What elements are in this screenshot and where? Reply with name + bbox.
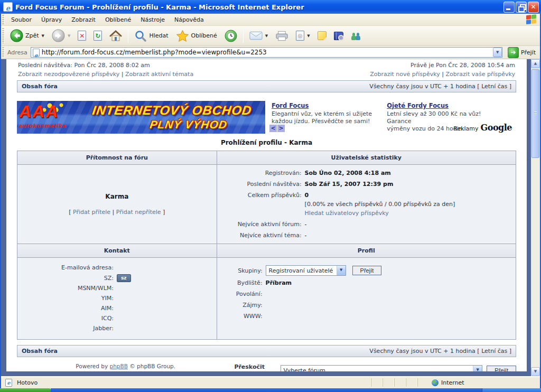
menu-file[interactable]: Soubor (6, 15, 36, 25)
go-arrow-icon: ➜ (508, 47, 519, 58)
banner-ad[interactable]: AAA autokosmetika INTERNETOVÝ OBCHOD PLN… (17, 101, 265, 134)
status-pane (394, 378, 406, 387)
discuss-button[interactable] (314, 29, 330, 42)
interests-label: Zájmy: (222, 301, 263, 309)
favorites-button[interactable]: Oblíbené (172, 27, 221, 44)
menu-favorites[interactable]: Oblíbené (100, 15, 136, 25)
back-button[interactable]: Zpět ▼ (6, 27, 48, 44)
groups-go-button[interactable]: Přejít (352, 266, 382, 275)
msnm-label: MSNM/WLM: (23, 285, 114, 292)
forum-jump-select[interactable]: Vyberte fórum ▼ (281, 365, 483, 371)
stop-button[interactable]: ✕ (74, 29, 90, 43)
titlebar: Ford Focus Forum - Prohlížení profilu - … (0, 0, 541, 14)
internet-zone-globe-icon (432, 379, 439, 386)
powered-by-prefix: Powered by (76, 363, 108, 369)
drag-handle[interactable] (2, 47, 5, 57)
bracket: [ (69, 209, 71, 216)
home-button[interactable] (106, 28, 126, 44)
ad-2-text-line2: výměny vozu do 24 hodin. (387, 125, 464, 132)
start-button[interactable] (0, 388, 51, 392)
edit-button[interactable]: ◎ ▼ (292, 29, 313, 43)
profile-header: Profil (217, 244, 516, 257)
username: Karma (105, 193, 128, 200)
address-input[interactable] (42, 48, 493, 57)
send-pm-button[interactable]: sz (117, 274, 131, 282)
board-index-link[interactable]: Obsah fóra (22, 83, 58, 90)
menu-tools[interactable]: Nástroje (136, 15, 170, 25)
presence-cell: Karma [ Přidat přítele | Přidat nepřítel… (17, 164, 217, 244)
scroll-up-button[interactable]: ▲ (531, 59, 540, 68)
banner-logo-text: AAA (19, 101, 80, 122)
google-ad-1: Ford Focus Elegantní vůz, ve kterém si u… (272, 102, 385, 125)
toolbar-separator (128, 29, 128, 43)
ad-2-title-link[interactable]: Ojeté Fordy Focus (387, 102, 449, 109)
back-dropdown-icon[interactable]: ▼ (42, 34, 44, 38)
link-your-posts[interactable]: Zobrazit vaše příspěvky (446, 71, 515, 78)
taskbar (0, 388, 541, 392)
link-active-topics[interactable]: Zobrazit aktivní témata (125, 71, 193, 78)
add-friend-link[interactable]: Přidat přítele (73, 209, 110, 216)
scroll-down-button[interactable]: ▼ (531, 367, 540, 376)
statistics-header: Uživatelské statistiky (217, 151, 516, 164)
restore-button[interactable] (516, 2, 527, 13)
ads-next-button[interactable]: > (277, 125, 285, 132)
close-button[interactable] (528, 2, 539, 13)
edit-dropdown-icon[interactable]: ▼ (307, 34, 310, 38)
google-logo[interactable]: Google (481, 123, 512, 133)
board-index-link[interactable]: Obsah fóra (22, 348, 58, 354)
page-title: Prohlížení profilu - Karma (17, 139, 516, 146)
forward-dropdown-icon[interactable]: ▼ (68, 34, 70, 38)
aim-label: AIM: (23, 305, 114, 312)
mail-dropdown-icon[interactable]: ▼ (265, 34, 268, 38)
windows-logo-icon (526, 14, 537, 25)
menu-help[interactable]: Nápověda (170, 15, 209, 25)
ads-prev-button[interactable]: < (269, 125, 277, 132)
timezone-text: Všechny časy jsou v UTC + 1 hodina [ Let… (369, 348, 511, 354)
system-tray (482, 388, 541, 392)
minimize-button[interactable] (503, 2, 515, 13)
menu-edit[interactable]: Úpravy (36, 15, 67, 25)
note-icon (318, 31, 327, 40)
mail-button[interactable]: ▼ (246, 29, 272, 43)
email-label: E-mailová adresa: (23, 264, 114, 272)
add-foe-link[interactable]: Přidat nepřítele (116, 209, 161, 216)
ad-1-title-link[interactable]: Ford Focus (272, 102, 309, 109)
scrollbar-thumb[interactable] (531, 69, 539, 158)
search-button[interactable]: Hledat (130, 27, 172, 44)
history-button[interactable] (221, 27, 241, 44)
go-button[interactable]: ➜ Přejít (506, 46, 538, 59)
vertical-scrollbar[interactable]: ▲ ▼ (531, 59, 540, 376)
refresh-button[interactable]: ↻ (90, 29, 106, 43)
print-button[interactable] (272, 29, 292, 43)
link-separator: | (122, 71, 124, 78)
profile-table: Přítomnost na fóru Uživatelské statistik… (17, 151, 516, 340)
link-unanswered-posts[interactable]: Zobrazit nezodpovězené příspěvky (18, 71, 119, 78)
occupation-label: Povolání: (222, 290, 263, 298)
status-pane (383, 378, 394, 387)
browser-window: Ford Focus Forum - Prohlížení profilu - … (0, 0, 541, 392)
google-ads-panel: Ford Focus Elegantní vůz, ve kterém si u… (265, 101, 516, 134)
posts-percentage-note: [0.00% ze všech příspěvků / 0.00 příspěv… (305, 200, 455, 208)
history-icon (225, 30, 237, 42)
search-user-posts-link[interactable]: Hledat uživatelovy příspěvky (305, 209, 455, 217)
page-background: Poslední návštěva: Pon Črc 28, 2008 8:02… (1, 59, 531, 376)
phpbb-link[interactable]: phpBB (109, 363, 127, 369)
messenger-button[interactable] (347, 29, 365, 42)
link-new-posts[interactable]: Zobrazit nové příspěvky (370, 71, 440, 78)
menu-view[interactable]: Zobrazit (67, 15, 100, 25)
back-label: Zpět (25, 32, 39, 39)
forward-button[interactable]: ▼ (48, 27, 74, 44)
timezone-text: Všechny časy jsou v UTC + 1 hodina [ Let… (369, 83, 511, 90)
jump-go-button[interactable]: Přejít (487, 366, 516, 371)
drag-handle[interactable] (2, 15, 5, 24)
most-active-forum-label: Nejvíce aktivní fórum: (222, 220, 302, 228)
research-button[interactable] (330, 30, 347, 42)
groups-select[interactable]: Registrovaní uživatelé ▼ (266, 265, 346, 276)
address-dropdown-icon[interactable]: ▼ (493, 48, 502, 57)
registered-value: Sob Úno 02, 2008 4:18 am (305, 169, 391, 177)
drag-handle[interactable] (2, 28, 5, 44)
status-bar: Hotovo Internet (1, 376, 540, 388)
last-visit-label: Poslední návštěva: (222, 180, 302, 188)
icq-label: ICQ: (23, 315, 114, 322)
scrollbar-track[interactable] (531, 159, 540, 367)
